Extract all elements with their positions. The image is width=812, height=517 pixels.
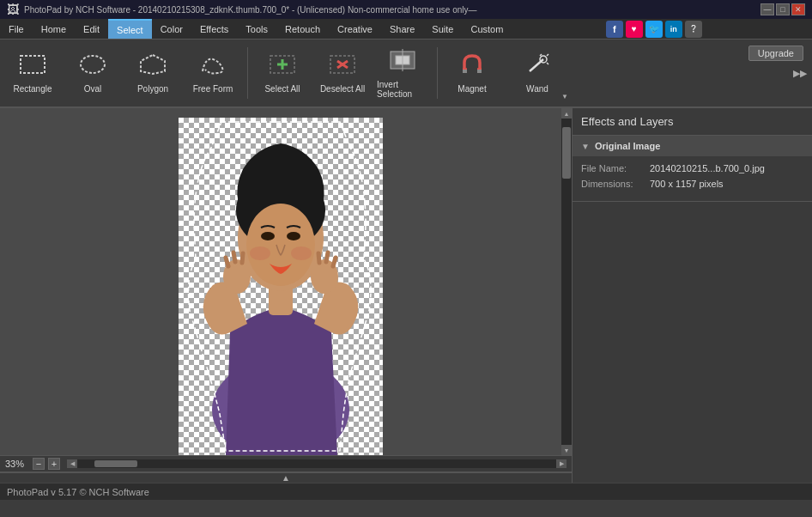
titlebar-controls[interactable]: — □ ✕ <box>760 3 805 15</box>
svg-point-1 <box>81 56 105 73</box>
twitter-icon[interactable]: 🐦 <box>645 21 663 38</box>
menu-suite[interactable]: Suite <box>423 19 462 39</box>
main-area: ▲ ▼ 33% − + ◀ ▶ ▲ <box>0 108 812 483</box>
wand-tool-label: Wand <box>526 84 548 94</box>
menu-effects[interactable]: Effects <box>191 19 237 39</box>
titlebar-left: 🖼 PhotoPad by NCH Software - 20140210215… <box>7 3 477 16</box>
scroll-track-vertical[interactable] <box>561 119 572 445</box>
toolbar: Rectangle Oval Polygon Free Form <box>0 40 812 108</box>
svg-line-20 <box>547 63 548 64</box>
svg-line-18 <box>540 54 542 56</box>
freeform-tool-button[interactable]: Free Form <box>184 42 242 104</box>
select-all-icon <box>268 52 297 81</box>
svg-rect-15 <box>477 70 482 73</box>
menu-file[interactable]: File <box>0 19 33 39</box>
svg-point-27 <box>261 232 275 240</box>
wand-tool-button[interactable]: Wand ▼ <box>503 42 572 104</box>
menu-share[interactable]: Share <box>381 19 423 39</box>
maximize-button[interactable]: □ <box>776 3 790 15</box>
svg-line-36 <box>333 258 336 266</box>
menu-home[interactable]: Home <box>33 19 75 39</box>
rectangle-icon <box>18 52 47 81</box>
wand-dropdown-arrow: ▼ <box>561 93 568 100</box>
zoom-out-button[interactable]: − <box>33 458 45 470</box>
select-all-label: Select All <box>264 84 300 94</box>
canvas-and-scrollbar: ▲ ▼ <box>0 108 572 455</box>
magnet-tool-button[interactable]: Magnet <box>443 42 501 104</box>
upgrade-button[interactable]: Upgrade <box>748 46 803 61</box>
title-text: PhotoPad by NCH Software - 2014021021530… <box>24 5 477 15</box>
magnet-icon <box>458 52 487 81</box>
app-icon: 🖼 <box>7 3 19 16</box>
polygon-tool-button[interactable]: Polygon <box>124 42 182 104</box>
svg-point-28 <box>287 232 300 240</box>
close-button[interactable]: ✕ <box>791 3 805 15</box>
original-image-info: File Name: 20140210215...b.700_0.jpg Dim… <box>573 156 812 201</box>
scroll-thumb-vertical[interactable] <box>562 127 571 179</box>
file-name-label: File Name: <box>581 163 650 173</box>
original-image-section: ▼ Original Image File Name: 20140210215.… <box>573 136 812 202</box>
scroll-right-button[interactable]: ▶ <box>556 459 567 468</box>
wand-icon <box>523 52 552 81</box>
deselect-all-icon <box>328 52 357 81</box>
svg-line-19 <box>547 54 548 56</box>
facebook-icon[interactable]: f <box>606 21 623 38</box>
oval-tool-button[interactable]: Oval <box>64 42 122 104</box>
zoom-in-button[interactable]: + <box>48 458 60 470</box>
deselect-all-label: Deselect All <box>320 84 365 94</box>
more-social-icon[interactable]: ❔ <box>685 21 702 38</box>
panel-expand-button[interactable]: ▲ <box>0 472 572 483</box>
vertical-scrollbar: ▲ ▼ <box>561 108 572 455</box>
svg-marker-2 <box>141 55 165 74</box>
liked-icon[interactable]: ♥ <box>626 21 643 38</box>
linkedin-icon[interactable]: in <box>665 21 682 38</box>
freeform-tool-label: Free Form <box>193 84 233 94</box>
svg-line-34 <box>233 252 235 262</box>
menu-select[interactable]: Select <box>108 19 152 39</box>
scroll-down-button[interactable]: ▼ <box>561 445 572 455</box>
bottom-toolbar: 33% − + ◀ ▶ <box>0 455 572 472</box>
oval-icon <box>78 52 107 81</box>
svg-point-29 <box>250 246 270 260</box>
statusbar: PhotoPad v 5.17 © NCH Software <box>0 483 812 500</box>
scroll-track-horizontal[interactable] <box>77 459 556 468</box>
image-container <box>179 118 383 455</box>
polygon-tool-label: Polygon <box>137 84 168 94</box>
menu-tools[interactable]: Tools <box>237 19 276 39</box>
svg-rect-14 <box>463 70 467 73</box>
minimize-button[interactable]: — <box>760 3 774 15</box>
rectangle-tool-button[interactable]: Rectangle <box>3 42 62 104</box>
person-image <box>179 118 383 455</box>
select-all-button[interactable]: Select All <box>253 42 312 104</box>
statusbar-text: PhotoPad v 5.17 © NCH Software <box>7 487 149 497</box>
menu-creative[interactable]: Creative <box>329 19 381 39</box>
invert-selection-button[interactable]: Invert Selection <box>373 42 432 104</box>
menu-custom[interactable]: Custom <box>462 19 512 39</box>
collapse-arrow-icon: ▼ <box>581 142 590 151</box>
rectangle-tool-label: Rectangle <box>13 84 52 94</box>
original-image-header[interactable]: ▼ Original Image <box>573 136 812 156</box>
menu-edit[interactable]: Edit <box>75 19 108 39</box>
file-name-row: File Name: 20140210215...b.700_0.jpg <box>581 163 803 173</box>
svg-line-38 <box>318 253 319 263</box>
polygon-icon <box>138 52 167 81</box>
oval-tool-label: Oval <box>84 84 102 94</box>
menubar: File Home Edit Select Color Effects Tool… <box>0 19 812 40</box>
scroll-thumb-horizontal[interactable] <box>94 460 137 467</box>
dimensions-value: 700 x 1157 pixels <box>650 179 724 189</box>
canvas-area[interactable] <box>0 108 561 455</box>
titlebar: 🖼 PhotoPad by NCH Software - 20140210215… <box>0 0 812 19</box>
svg-rect-0 <box>21 56 45 73</box>
scroll-left-button[interactable]: ◀ <box>67 459 77 468</box>
svg-line-35 <box>242 253 243 263</box>
up-arrow-icon: ▲ <box>282 473 290 483</box>
svg-point-30 <box>291 246 312 260</box>
menu-retouch[interactable]: Retouch <box>276 19 329 39</box>
effects-layers-title: Effects and Layers <box>573 108 812 136</box>
scroll-up-button[interactable]: ▲ <box>561 108 572 119</box>
original-image-title: Original Image <box>595 141 660 151</box>
file-name-value: 20140210215...b.700_0.jpg <box>650 163 765 173</box>
deselect-all-button[interactable]: Deselect All <box>313 42 372 104</box>
toolbar-separator-2 <box>437 47 438 99</box>
menu-color[interactable]: Color <box>152 19 191 39</box>
